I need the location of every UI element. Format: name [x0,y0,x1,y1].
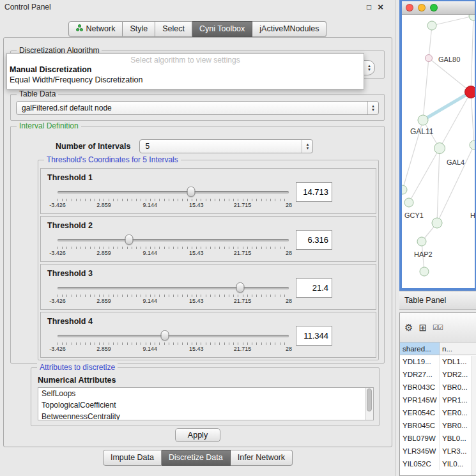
dropdown-item[interactable]: Manual Discretization [7,65,364,75]
threshold-value-field[interactable]: 11.344 [296,326,332,346]
network-node[interactable] [418,115,428,125]
threshold-value-field[interactable]: 14.713 [296,182,332,202]
network-canvas[interactable]: GAL80GAL11GAL4GCY1HAP2H [402,15,475,288]
slider-thumb[interactable] [161,330,169,341]
network-edge[interactable] [423,58,429,120]
network-edge[interactable] [471,92,474,145]
close-icon[interactable]: × [378,3,383,11]
minimize-traffic-light-icon[interactable] [418,4,426,12]
network-node[interactable] [402,185,407,194]
gear-icon[interactable]: ⚙ [404,322,413,334]
columns-icon[interactable]: ⊞ [418,322,427,334]
table-data-combo[interactable]: galFiltered.sif default node ▲▼ [16,101,379,115]
highlighted-network-edge[interactable] [423,92,471,120]
table-row[interactable]: YBR043CYBR0... [400,381,476,394]
attribute-item[interactable]: SelfLoops [38,388,373,399]
threshold-slider[interactable] [58,187,289,197]
table-row[interactable]: YER054CYER0... [400,406,476,419]
table-cell[interactable]: YBR045C [400,419,440,432]
table-cell[interactable]: YLR3... [440,445,476,457]
table-row[interactable]: YBR045CYBR0... [400,419,476,432]
network-edge[interactable] [437,148,440,223]
tab-select[interactable]: Select [155,21,192,37]
table-cell[interactable]: YPR1... [440,394,476,406]
table-cell[interactable]: YBL0... [440,432,476,445]
numerical-attributes-list[interactable]: SelfLoopsTopologicalCoefficientBetweenne… [38,387,374,420]
slider-track[interactable] [58,191,289,194]
network-node[interactable] [434,143,445,154]
table-cell[interactable]: YDL1... [440,355,476,368]
threshold-value-field[interactable]: 6.316 [296,230,332,250]
column-header-shared[interactable]: shared... [400,342,440,355]
attributes-scrollbar[interactable] [365,388,373,420]
table-row[interactable]: YDR27...YDR2... [400,368,476,381]
attribute-item[interactable]: TopologicalCoefficient [38,399,373,411]
slider-track[interactable] [58,335,289,337]
attribute-item[interactable]: BetweennessCentrality [38,411,373,420]
network-edge[interactable] [409,148,440,203]
tab-cyni-toolbox[interactable]: Cyni Toolbox [192,21,252,37]
network-graph[interactable]: GAL80GAL11GAL4GCY1HAP2H [402,15,475,288]
threshold-label: Threshold 3 [47,269,93,278]
table-cell[interactable]: YER0... [440,406,476,419]
tab-jactivemnodules[interactable]: jActiveMNodules [252,21,326,37]
tick-label: 15.43 [189,202,204,208]
network-edge[interactable] [432,16,473,26]
threshold-value-field[interactable]: 21.4 [296,278,332,298]
table-row[interactable]: YIL052CYIL0... [400,457,476,470]
table-cell[interactable]: YBL079W [400,432,440,445]
interval-definition-group: Interval Definition Number of Intervals … [10,126,385,364]
network-node[interactable] [469,15,475,20]
table-scrollbar[interactable] [472,356,476,475]
apply-button[interactable]: Apply [175,428,220,442]
tab-style[interactable]: Style [123,21,155,37]
table-row[interactable]: YLR345WYLR3... [400,445,476,457]
float-icon[interactable]: □ [367,3,371,11]
slider-scale: -3.4262.8599.14415.4321.71528 [58,247,289,258]
table-cell[interactable]: YBR0... [440,419,476,432]
tab-infer-network[interactable]: Infer Network [231,450,293,466]
table-cell[interactable]: YDR2... [440,368,476,381]
zoom-traffic-light-icon[interactable] [430,4,438,12]
network-edge[interactable] [437,145,474,223]
network-node[interactable] [420,267,429,276]
table-row[interactable]: YPR145WYPR1... [400,394,476,406]
network-edge[interactable] [429,26,432,58]
network-edge[interactable] [471,16,473,92]
table-cell[interactable]: YIL052C [400,457,440,470]
table-cell[interactable]: YBR0... [440,381,476,394]
threshold-slider[interactable] [58,234,289,245]
table-cell[interactable]: YLR345W [400,445,440,457]
network-node[interactable] [470,141,475,150]
threshold-slider[interactable] [58,282,289,293]
table-cell[interactable]: YPR145W [400,394,440,406]
tab-impute-data[interactable]: Impute Data [103,450,162,466]
table-cell[interactable]: YER054C [400,406,440,419]
table-row[interactable]: YBL079WYBL0... [400,432,476,445]
table-row[interactable]: YDL19...YDL1... [400,355,476,368]
table-cell[interactable]: YBR043C [400,381,440,394]
network-node[interactable] [427,21,436,30]
network-node[interactable] [404,198,413,207]
slider-thumb[interactable] [187,187,195,197]
select-columns-icon[interactable]: ☑☑ [433,324,443,331]
slider-track[interactable] [58,239,289,242]
table-cell[interactable]: YIL0... [440,457,476,470]
close-traffic-light-icon[interactable] [406,4,413,12]
table-cell[interactable]: YDL19... [400,355,440,368]
network-node[interactable] [465,86,475,98]
scrollbar-thumb[interactable] [367,388,372,411]
network-node[interactable] [432,218,442,228]
tab-discretize-data[interactable]: Discretize Data [162,450,231,466]
slider-track[interactable] [58,287,289,289]
slider-thumb[interactable] [236,282,244,293]
threshold-slider[interactable] [58,330,289,341]
dropdown-item[interactable]: Equal Width/Frequency Discretization [7,75,364,85]
network-node[interactable] [417,237,426,246]
column-header-name[interactable]: n... [440,342,476,355]
number-of-intervals-combo[interactable]: 5 ▲▼ [139,139,313,153]
tab-network[interactable]: Network [68,21,123,37]
slider-thumb[interactable] [125,234,134,245]
network-node[interactable] [426,55,433,62]
table-cell[interactable]: YDR27... [400,368,440,381]
